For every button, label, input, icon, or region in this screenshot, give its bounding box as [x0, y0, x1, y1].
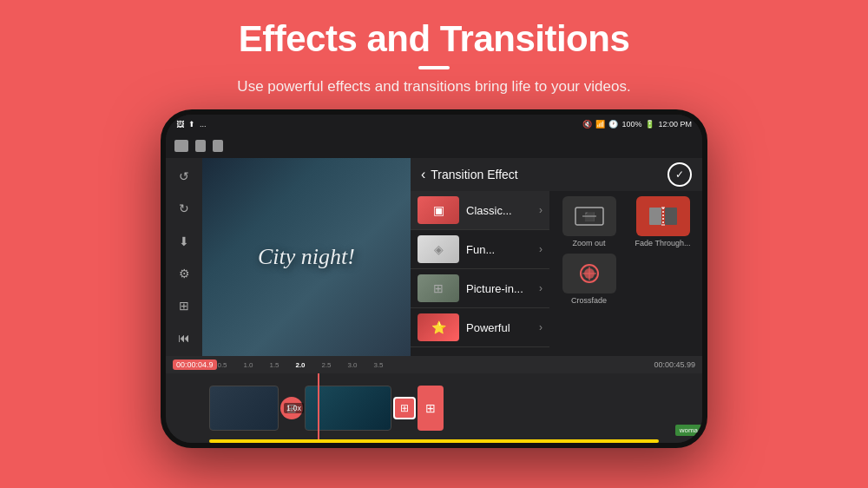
title-divider	[418, 66, 450, 69]
clip-label-1x: 1.0x	[284, 403, 304, 413]
timeline-ruler: 00:00:04.9 0.5 1.0 1.5 2.0 2.5 3.0 3.5 0…	[166, 356, 702, 373]
check-icon: ✓	[675, 168, 684, 181]
undo-icon[interactable]: ↺	[174, 167, 194, 185]
effect-thumb-crossfade	[562, 254, 616, 293]
star-icon: ⭐	[431, 320, 446, 334]
status-left: 🖼 ⬆ ...	[176, 120, 207, 129]
svg-rect-4	[649, 208, 661, 225]
ruler-1-5: 1.5	[261, 361, 287, 369]
share-icon[interactable]: ⬇	[174, 232, 194, 250]
category-thumb-fun: ◈	[418, 235, 459, 263]
clip-city[interactable]	[209, 386, 279, 431]
app-bar	[166, 134, 702, 158]
redo-icon[interactable]: ↻	[174, 200, 194, 218]
battery-label: 100%	[621, 120, 641, 129]
phone-btn-left2	[161, 219, 161, 245]
screen: 🖼 ⬆ ... 🔇 📶 🕐 100% 🔋 12:00 PM	[166, 115, 702, 443]
green-bar	[209, 439, 659, 443]
category-arrow-fun: ›	[539, 243, 542, 255]
status-bar: 🖼 ⬆ ... 🔇 📶 🕐 100% 🔋 12:00 PM	[166, 115, 702, 134]
settings-icon[interactable]: ⚙	[174, 264, 194, 282]
app-bar-icon-1	[174, 140, 188, 152]
video-bg: City night!	[202, 158, 411, 356]
left-sidebar: ↺ ↻ ⬇ ⚙ ⊞ ⏮	[166, 158, 202, 356]
svg-rect-5	[665, 208, 677, 225]
category-thumb-powerful: ⭐	[418, 313, 459, 341]
phone-wrapper: 🖼 ⬆ ... 🔇 📶 🕐 100% 🔋 12:00 PM	[0, 109, 868, 448]
time-label: 12:00 PM	[658, 120, 692, 129]
app-bar-icon-2	[195, 140, 206, 152]
effects-grid-panel: ⬛ Zoom out	[549, 191, 702, 356]
effect-label-crossfade: Crossfade	[571, 296, 607, 306]
check-button[interactable]: ✓	[667, 162, 692, 187]
category-thumb-classic: ▣	[418, 196, 459, 224]
clip-transition-marker[interactable]: ⊞	[393, 397, 416, 419]
panel-title: Transition Effect	[431, 168, 517, 181]
img-icon: 🖼	[176, 120, 184, 129]
end-icon: ⊞	[425, 401, 436, 415]
timeline-clips[interactable]: ⊞ 1.0x ⊞ ⊞ woma	[166, 373, 702, 443]
category-classic[interactable]: ▣ Classic... ›	[411, 191, 549, 230]
video-preview: City night!	[202, 158, 411, 356]
playhead	[318, 373, 319, 443]
ruler-marks: 0.5 1.0 1.5 2.0 2.5 3.0 3.5	[209, 361, 659, 369]
phone: 🖼 ⬆ ... 🔇 📶 🕐 100% 🔋 12:00 PM	[161, 109, 707, 448]
effect-label-fade-through: Fade Through...	[635, 239, 691, 248]
category-fun[interactable]: ◈ Fun... ›	[411, 230, 549, 269]
subtitle: Use powerful effects and transitions bri…	[0, 78, 868, 96]
phone-btn-right	[707, 201, 707, 245]
clip-end[interactable]: ⊞	[418, 386, 444, 431]
category-name-powerful: Powerful	[466, 321, 539, 334]
effect-label-zoom-out: Zoom out	[572, 239, 605, 248]
app-bar-icon-3	[213, 140, 223, 152]
skip-back-icon[interactable]: ⏮	[174, 329, 194, 347]
right-panel: ‹ Transition Effect ✓	[411, 158, 702, 356]
ruler-2-5: 2.5	[313, 361, 339, 369]
main-title: Effects and Transitions	[0, 19, 868, 59]
effect-thumb-fade-through	[636, 196, 690, 236]
effect-crossfade[interactable]: Crossfade	[555, 254, 623, 306]
clock-icon: 🕐	[608, 120, 618, 129]
category-name-picture: Picture-in...	[466, 282, 539, 295]
category-name-classic: Classic...	[466, 204, 539, 217]
watermark: woma	[675, 425, 702, 436]
panel-header-left: ‹ Transition Effect	[421, 167, 518, 182]
ruler-1-0: 1.0	[235, 361, 261, 369]
city-night-text: City night!	[258, 244, 355, 270]
timestamp-left: 00:00:04.9	[173, 359, 217, 370]
category-arrow-picture: ›	[539, 282, 542, 294]
ruler-3-5: 3.5	[365, 361, 391, 369]
battery-icon: 🔋	[645, 120, 654, 129]
ruler-2-0: 2.0	[287, 361, 313, 369]
category-arrow-classic: ›	[539, 204, 542, 216]
wifi-icon: 📶	[595, 120, 605, 129]
timestamp-right: 00:00:45.99	[654, 360, 695, 369]
main-content: ↺ ↻ ⬇ ⚙ ⊞ ⏮ City night!	[166, 158, 702, 356]
panel-body: ▣ Classic... › ◈ Fun... ›	[411, 191, 702, 356]
effect-zoom-out[interactable]: ⬛ Zoom out	[555, 196, 623, 248]
timeline-area: 00:00:04.9 0.5 1.0 1.5 2.0 2.5 3.0 3.5 0…	[166, 356, 702, 443]
status-right: 🔇 📶 🕐 100% 🔋 12:00 PM	[582, 120, 692, 129]
effect-fade-through[interactable]: Fade Through...	[628, 196, 697, 248]
category-picture[interactable]: ⊞ Picture-in... ›	[411, 269, 549, 308]
effect-thumb-zoom-out: ⬛	[562, 196, 616, 236]
category-powerful[interactable]: ⭐ Powerful ›	[411, 308, 549, 347]
more-icon: ...	[200, 120, 207, 129]
category-arrow-powerful: ›	[539, 321, 542, 333]
panel-header: ‹ Transition Effect ✓	[411, 158, 702, 191]
upload-icon: ⬆	[188, 120, 195, 129]
header-area: Effects and Transitions Use powerful eff…	[0, 0, 868, 104]
phone-btn-left	[161, 184, 161, 210]
mute-icon: 🔇	[582, 120, 592, 129]
app-bar-icons	[174, 140, 223, 152]
category-thumb-picture: ⊞	[418, 274, 459, 302]
back-arrow[interactable]: ‹	[421, 167, 425, 182]
ruler-3-0: 3.0	[339, 361, 365, 369]
categories-list: ▣ Classic... › ◈ Fun... ›	[411, 191, 549, 356]
layers-icon[interactable]: ⊞	[174, 297, 194, 315]
category-name-fun: Fun...	[466, 243, 539, 256]
